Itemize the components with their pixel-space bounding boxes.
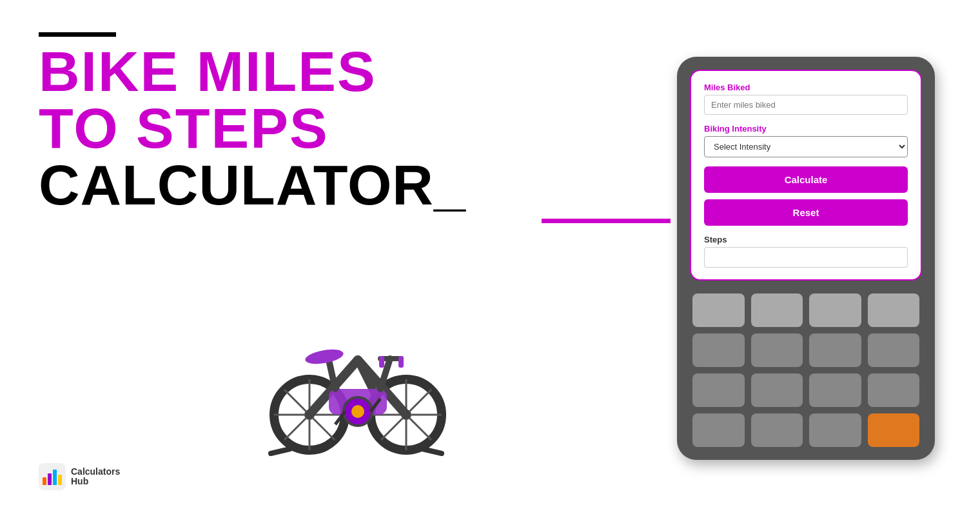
key-6[interactable] — [751, 333, 803, 367]
svg-line-26 — [271, 449, 290, 453]
calculate-button[interactable]: Calculate — [704, 166, 908, 193]
calculator-screen: Miles Biked Biking Intensity Select Inte… — [690, 70, 922, 281]
svg-point-17 — [351, 405, 364, 418]
logo-area: Calculators Hub — [39, 463, 671, 490]
key-3[interactable] — [809, 293, 861, 327]
svg-rect-29 — [43, 477, 46, 485]
calculator-keypad — [690, 293, 922, 447]
svg-rect-24 — [379, 356, 384, 368]
title-block: BIKE MILES TO STEPS CALCULATOR_ — [39, 32, 671, 223]
logo-name-top: Calculators — [71, 467, 120, 477]
title-line1: BIKE MILES — [39, 43, 671, 100]
key-9[interactable] — [692, 373, 745, 407]
key-5[interactable] — [692, 333, 745, 367]
key-1[interactable] — [692, 293, 745, 327]
right-section: Miles Biked Biking Intensity Select Inte… — [671, 57, 941, 460]
calculator-device: Miles Biked Biking Intensity Select Inte… — [677, 57, 935, 460]
bike-illustration — [251, 289, 458, 457]
bike-image-area — [39, 223, 671, 457]
left-section: BIKE MILES TO STEPS CALCULATOR_ — [39, 26, 671, 490]
svg-line-27 — [422, 449, 442, 453]
logo-name-bottom: Hub — [71, 477, 120, 486]
logo-icon — [39, 463, 66, 490]
key-13[interactable] — [692, 413, 745, 447]
key-4[interactable] — [868, 293, 920, 327]
steps-label: Steps — [704, 235, 908, 244]
title-accent-line — [39, 32, 116, 37]
key-8[interactable] — [868, 333, 920, 367]
intensity-select[interactable]: Select Intensity Slow (10 mph) Moderate … — [704, 136, 908, 157]
svg-rect-32 — [58, 475, 62, 485]
key-10[interactable] — [751, 373, 803, 407]
biking-intensity-label: Biking Intensity — [704, 124, 908, 134]
reset-button[interactable]: Reset — [704, 199, 908, 226]
key-12[interactable] — [868, 373, 920, 407]
key-11[interactable] — [809, 373, 861, 407]
key-2[interactable] — [751, 293, 803, 327]
key-15[interactable] — [809, 413, 861, 447]
title-line3: CALCULATOR_ — [39, 157, 671, 223]
miles-biked-input[interactable] — [704, 95, 908, 115]
logo-text: Calculators Hub — [71, 467, 120, 487]
svg-rect-31 — [53, 470, 57, 485]
svg-rect-30 — [48, 473, 52, 485]
key-enter[interactable] — [868, 413, 920, 447]
steps-output — [704, 247, 908, 268]
key-7[interactable] — [809, 333, 861, 367]
svg-rect-25 — [398, 356, 404, 368]
key-14[interactable] — [751, 413, 803, 447]
miles-biked-label: Miles Biked — [704, 83, 908, 92]
svg-point-21 — [304, 347, 345, 366]
title-line2: TO STEPS — [39, 100, 671, 157]
